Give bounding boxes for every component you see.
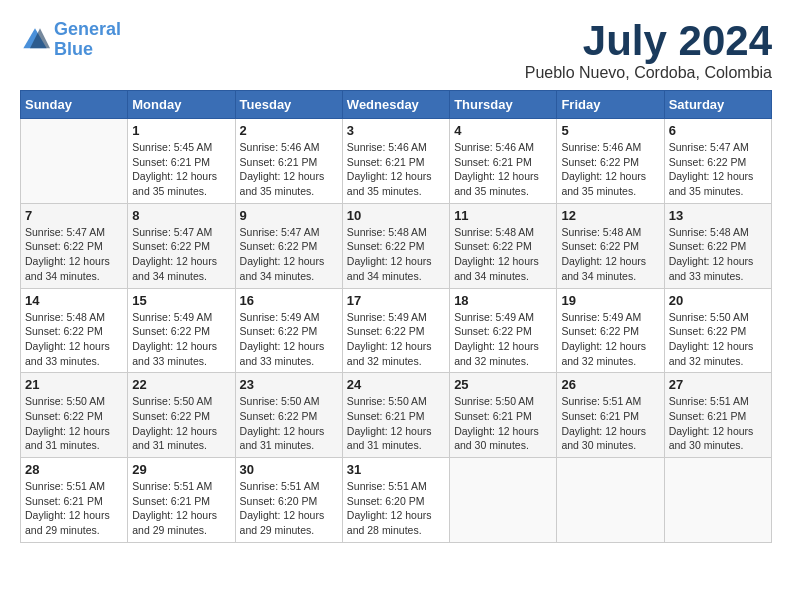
column-header-sunday: Sunday: [21, 91, 128, 119]
day-info: Sunrise: 5:51 AM Sunset: 6:20 PM Dayligh…: [347, 479, 445, 538]
calendar-cell: 9Sunrise: 5:47 AM Sunset: 6:22 PM Daylig…: [235, 203, 342, 288]
day-info: Sunrise: 5:46 AM Sunset: 6:21 PM Dayligh…: [454, 140, 552, 199]
day-number: 28: [25, 462, 123, 477]
day-number: 21: [25, 377, 123, 392]
calendar-cell: 3Sunrise: 5:46 AM Sunset: 6:21 PM Daylig…: [342, 119, 449, 204]
column-header-tuesday: Tuesday: [235, 91, 342, 119]
day-info: Sunrise: 5:50 AM Sunset: 6:21 PM Dayligh…: [347, 394, 445, 453]
day-number: 30: [240, 462, 338, 477]
day-number: 14: [25, 293, 123, 308]
day-number: 29: [132, 462, 230, 477]
column-header-monday: Monday: [128, 91, 235, 119]
day-info: Sunrise: 5:48 AM Sunset: 6:22 PM Dayligh…: [347, 225, 445, 284]
calendar-table: SundayMondayTuesdayWednesdayThursdayFrid…: [20, 90, 772, 543]
day-number: 1: [132, 123, 230, 138]
calendar-week-3: 14Sunrise: 5:48 AM Sunset: 6:22 PM Dayli…: [21, 288, 772, 373]
day-info: Sunrise: 5:47 AM Sunset: 6:22 PM Dayligh…: [240, 225, 338, 284]
calendar-cell: 5Sunrise: 5:46 AM Sunset: 6:22 PM Daylig…: [557, 119, 664, 204]
month-title: July 2024: [525, 20, 772, 62]
column-header-friday: Friday: [557, 91, 664, 119]
day-number: 10: [347, 208, 445, 223]
day-info: Sunrise: 5:47 AM Sunset: 6:22 PM Dayligh…: [25, 225, 123, 284]
calendar-cell: 27Sunrise: 5:51 AM Sunset: 6:21 PM Dayli…: [664, 373, 771, 458]
day-number: 3: [347, 123, 445, 138]
calendar-cell: [557, 458, 664, 543]
calendar-cell: 29Sunrise: 5:51 AM Sunset: 6:21 PM Dayli…: [128, 458, 235, 543]
day-number: 24: [347, 377, 445, 392]
day-info: Sunrise: 5:51 AM Sunset: 6:21 PM Dayligh…: [561, 394, 659, 453]
calendar-cell: 17Sunrise: 5:49 AM Sunset: 6:22 PM Dayli…: [342, 288, 449, 373]
calendar-cell: 28Sunrise: 5:51 AM Sunset: 6:21 PM Dayli…: [21, 458, 128, 543]
day-number: 23: [240, 377, 338, 392]
day-number: 18: [454, 293, 552, 308]
page-header: General Blue July 2024 Pueblo Nuevo, Cor…: [20, 20, 772, 82]
day-info: Sunrise: 5:46 AM Sunset: 6:21 PM Dayligh…: [347, 140, 445, 199]
day-info: Sunrise: 5:49 AM Sunset: 6:22 PM Dayligh…: [561, 310, 659, 369]
day-number: 11: [454, 208, 552, 223]
day-number: 27: [669, 377, 767, 392]
day-info: Sunrise: 5:49 AM Sunset: 6:22 PM Dayligh…: [132, 310, 230, 369]
calendar-cell: 1Sunrise: 5:45 AM Sunset: 6:21 PM Daylig…: [128, 119, 235, 204]
column-header-thursday: Thursday: [450, 91, 557, 119]
calendar-cell: 19Sunrise: 5:49 AM Sunset: 6:22 PM Dayli…: [557, 288, 664, 373]
calendar-cell: 14Sunrise: 5:48 AM Sunset: 6:22 PM Dayli…: [21, 288, 128, 373]
day-info: Sunrise: 5:49 AM Sunset: 6:22 PM Dayligh…: [240, 310, 338, 369]
calendar-cell: 13Sunrise: 5:48 AM Sunset: 6:22 PM Dayli…: [664, 203, 771, 288]
calendar-cell: 12Sunrise: 5:48 AM Sunset: 6:22 PM Dayli…: [557, 203, 664, 288]
calendar-week-2: 7Sunrise: 5:47 AM Sunset: 6:22 PM Daylig…: [21, 203, 772, 288]
calendar-cell: 21Sunrise: 5:50 AM Sunset: 6:22 PM Dayli…: [21, 373, 128, 458]
calendar-cell: 10Sunrise: 5:48 AM Sunset: 6:22 PM Dayli…: [342, 203, 449, 288]
day-info: Sunrise: 5:51 AM Sunset: 6:20 PM Dayligh…: [240, 479, 338, 538]
day-number: 8: [132, 208, 230, 223]
logo-icon: [20, 25, 50, 55]
calendar-cell: 31Sunrise: 5:51 AM Sunset: 6:20 PM Dayli…: [342, 458, 449, 543]
calendar-cell: 16Sunrise: 5:49 AM Sunset: 6:22 PM Dayli…: [235, 288, 342, 373]
day-info: Sunrise: 5:46 AM Sunset: 6:21 PM Dayligh…: [240, 140, 338, 199]
day-info: Sunrise: 5:47 AM Sunset: 6:22 PM Dayligh…: [669, 140, 767, 199]
calendar-cell: 18Sunrise: 5:49 AM Sunset: 6:22 PM Dayli…: [450, 288, 557, 373]
day-info: Sunrise: 5:46 AM Sunset: 6:22 PM Dayligh…: [561, 140, 659, 199]
calendar-cell: [21, 119, 128, 204]
calendar-cell: 2Sunrise: 5:46 AM Sunset: 6:21 PM Daylig…: [235, 119, 342, 204]
calendar-cell: 4Sunrise: 5:46 AM Sunset: 6:21 PM Daylig…: [450, 119, 557, 204]
day-info: Sunrise: 5:48 AM Sunset: 6:22 PM Dayligh…: [669, 225, 767, 284]
logo-line1: General: [54, 19, 121, 39]
day-number: 13: [669, 208, 767, 223]
calendar-cell: [664, 458, 771, 543]
calendar-cell: 25Sunrise: 5:50 AM Sunset: 6:21 PM Dayli…: [450, 373, 557, 458]
day-info: Sunrise: 5:50 AM Sunset: 6:22 PM Dayligh…: [669, 310, 767, 369]
day-info: Sunrise: 5:49 AM Sunset: 6:22 PM Dayligh…: [454, 310, 552, 369]
calendar-cell: 20Sunrise: 5:50 AM Sunset: 6:22 PM Dayli…: [664, 288, 771, 373]
day-info: Sunrise: 5:50 AM Sunset: 6:22 PM Dayligh…: [132, 394, 230, 453]
calendar-header-row: SundayMondayTuesdayWednesdayThursdayFrid…: [21, 91, 772, 119]
calendar-cell: 26Sunrise: 5:51 AM Sunset: 6:21 PM Dayli…: [557, 373, 664, 458]
calendar-cell: 24Sunrise: 5:50 AM Sunset: 6:21 PM Dayli…: [342, 373, 449, 458]
calendar-week-5: 28Sunrise: 5:51 AM Sunset: 6:21 PM Dayli…: [21, 458, 772, 543]
calendar-cell: 8Sunrise: 5:47 AM Sunset: 6:22 PM Daylig…: [128, 203, 235, 288]
day-number: 22: [132, 377, 230, 392]
calendar-cell: 15Sunrise: 5:49 AM Sunset: 6:22 PM Dayli…: [128, 288, 235, 373]
day-number: 16: [240, 293, 338, 308]
day-number: 5: [561, 123, 659, 138]
day-info: Sunrise: 5:50 AM Sunset: 6:22 PM Dayligh…: [240, 394, 338, 453]
calendar-cell: [450, 458, 557, 543]
day-number: 25: [454, 377, 552, 392]
calendar-cell: 30Sunrise: 5:51 AM Sunset: 6:20 PM Dayli…: [235, 458, 342, 543]
day-number: 17: [347, 293, 445, 308]
calendar-cell: 7Sunrise: 5:47 AM Sunset: 6:22 PM Daylig…: [21, 203, 128, 288]
day-info: Sunrise: 5:48 AM Sunset: 6:22 PM Dayligh…: [454, 225, 552, 284]
day-info: Sunrise: 5:51 AM Sunset: 6:21 PM Dayligh…: [669, 394, 767, 453]
logo-line2: Blue: [54, 39, 93, 59]
calendar-cell: 11Sunrise: 5:48 AM Sunset: 6:22 PM Dayli…: [450, 203, 557, 288]
day-number: 15: [132, 293, 230, 308]
day-info: Sunrise: 5:50 AM Sunset: 6:22 PM Dayligh…: [25, 394, 123, 453]
calendar-cell: 23Sunrise: 5:50 AM Sunset: 6:22 PM Dayli…: [235, 373, 342, 458]
day-number: 12: [561, 208, 659, 223]
day-info: Sunrise: 5:49 AM Sunset: 6:22 PM Dayligh…: [347, 310, 445, 369]
day-info: Sunrise: 5:45 AM Sunset: 6:21 PM Dayligh…: [132, 140, 230, 199]
logo-text: General Blue: [54, 20, 121, 60]
day-number: 2: [240, 123, 338, 138]
title-section: July 2024 Pueblo Nuevo, Cordoba, Colombi…: [525, 20, 772, 82]
calendar-week-4: 21Sunrise: 5:50 AM Sunset: 6:22 PM Dayli…: [21, 373, 772, 458]
day-info: Sunrise: 5:51 AM Sunset: 6:21 PM Dayligh…: [132, 479, 230, 538]
